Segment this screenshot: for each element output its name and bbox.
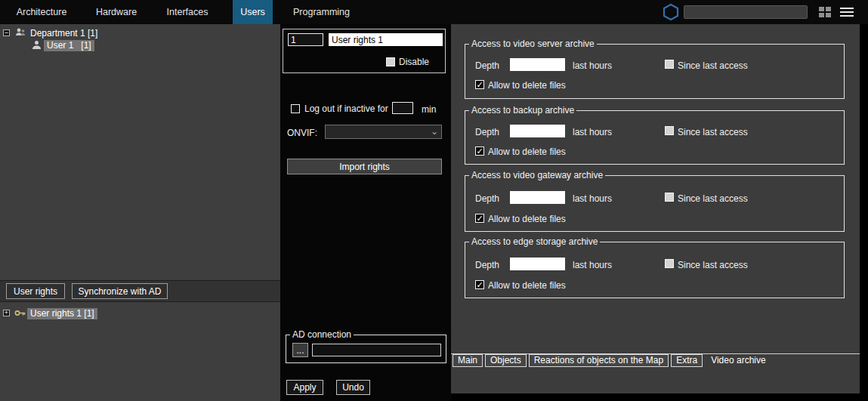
onvif-dropdown[interactable]: ⌄ — [325, 125, 442, 139]
tab-hardware[interactable]: Hardware — [89, 0, 144, 24]
depth-field[interactable] — [510, 58, 565, 71]
top-navigation-bar: Architecture Hardware Interfaces Users P… — [0, 0, 868, 24]
search-input[interactable] — [684, 5, 808, 19]
tab-interfaces[interactable]: Interfaces — [160, 0, 215, 24]
tab-video-archive[interactable]: Video archive — [705, 354, 772, 367]
checkmark-icon: ✓ — [476, 80, 483, 89]
allow-delete-label: Allow to delete files — [488, 280, 566, 291]
onvif-label: ONVIF: — [287, 128, 317, 138]
object-id-field[interactable] — [288, 33, 323, 46]
tab-extra[interactable]: Extra — [671, 354, 703, 367]
undo-button[interactable]: Undo — [336, 380, 370, 395]
video-archive-settings-panel: Access to video server archive Depth las… — [451, 24, 860, 393]
last-hours-label: last hours — [573, 127, 612, 137]
logout-inactive-label: Log out if inactive for — [304, 103, 388, 114]
import-rights-button[interactable]: Import rights — [287, 159, 442, 174]
tab-users[interactable]: Users — [233, 0, 273, 24]
since-last-access-checkbox[interactable] — [665, 193, 674, 202]
group-title: Access to video gateway archive — [469, 170, 605, 180]
logout-inactive-checkbox[interactable] — [291, 104, 300, 113]
since-last-access-checkbox[interactable] — [665, 60, 674, 69]
allow-delete-checkbox[interactable]: ✓ — [475, 214, 484, 223]
synchronize-with-ad-button[interactable]: Synchronize with AD — [72, 283, 168, 299]
since-last-access-label: Since last access — [678, 127, 748, 137]
depth-label: Depth — [475, 60, 499, 71]
expand-toggle-icon[interactable]: + — [3, 310, 10, 316]
department-icon — [15, 27, 26, 40]
since-last-access-checkbox[interactable] — [665, 259, 674, 268]
apply-button[interactable]: Apply — [286, 380, 323, 395]
minutes-unit-label: min — [422, 104, 436, 115]
checkmark-icon: ✓ — [476, 147, 483, 156]
last-hours-label: last hours — [573, 193, 612, 204]
tab-objects[interactable]: Objects — [485, 354, 527, 367]
chevron-down-icon: ⌄ — [431, 125, 438, 138]
users-tree-panel: − Department 1 [1] User 1 [1] User right… — [0, 24, 280, 401]
tree-item-user-selected[interactable]: User 1 [1] — [44, 40, 94, 51]
hamburger-menu-icon[interactable] — [840, 8, 854, 17]
user-rights-button[interactable]: User rights — [6, 283, 65, 299]
ad-browse-button[interactable]: ... — [292, 343, 308, 357]
tab-reactions-of-objects-on-the-map[interactable]: Reactions of objects on the Map — [529, 354, 669, 367]
disable-checkbox[interactable] — [386, 57, 395, 66]
archive-group-video-gateway: Access to video gateway archive Depth la… — [465, 175, 845, 232]
group-title: Access to backup archive — [469, 105, 576, 116]
allow-delete-label: Allow to delete files — [488, 147, 566, 157]
logout-minutes-field[interactable] — [392, 102, 413, 114]
archive-group-backup: Access to backup archive Depth last hour… — [465, 110, 845, 165]
depth-label: Depth — [475, 193, 499, 204]
archive-group-video-server: Access to video server archive Depth las… — [465, 44, 845, 99]
since-last-access-label: Since last access — [678, 193, 748, 204]
layout-grid-icon[interactable] — [819, 7, 832, 18]
depth-field[interactable] — [510, 125, 565, 137]
settings-tab-strip: Main Objects Reactions of objects on the… — [451, 353, 860, 368]
archive-group-edge-storage: Access to edge storage archive Depth las… — [465, 242, 845, 298]
allow-delete-checkbox[interactable]: ✓ — [475, 147, 484, 156]
collapse-toggle-icon[interactable]: − — [3, 29, 10, 36]
last-hours-label: last hours — [573, 60, 612, 71]
allow-delete-checkbox[interactable]: ✓ — [475, 280, 484, 289]
allow-delete-checkbox[interactable]: ✓ — [475, 80, 484, 89]
tree-toolbar: User rights Synchronize with AD — [0, 280, 280, 302]
tab-architecture[interactable]: Architecture — [13, 0, 70, 24]
allow-delete-label: Allow to delete files — [488, 214, 566, 224]
checkmark-icon: ✓ — [476, 280, 483, 289]
object-name-field[interactable] — [329, 33, 443, 46]
ad-connection-field[interactable] — [312, 344, 441, 356]
group-title: Access to video server archive — [469, 39, 597, 49]
depth-label: Depth — [475, 260, 499, 270]
ad-connection-groupbox: AD connection ... — [286, 335, 446, 363]
object-editor-panel: Disable Log out if inactive for min ONVI… — [280, 24, 451, 401]
app-logo-hexagon-icon — [663, 3, 679, 23]
depth-label: Depth — [475, 127, 499, 137]
user-icon — [32, 40, 42, 52]
tree-item-user-rights-selected[interactable]: User rights 1 [1] — [27, 308, 97, 319]
last-hours-label: last hours — [573, 260, 612, 270]
checkmark-icon: ✓ — [476, 214, 483, 223]
key-icon — [14, 309, 26, 319]
tree-item-department[interactable]: Department 1 [1] — [30, 28, 97, 39]
allow-delete-label: Allow to delete files — [488, 80, 566, 91]
depth-field[interactable] — [510, 191, 565, 204]
disable-label: Disable — [399, 57, 429, 67]
ad-connection-group-label: AD connection — [290, 329, 354, 340]
group-title: Access to edge storage archive — [469, 236, 600, 247]
since-last-access-checkbox[interactable] — [665, 126, 674, 135]
identity-box: Disable — [283, 29, 446, 73]
tab-programming[interactable]: Programming — [289, 0, 354, 24]
depth-field[interactable] — [510, 258, 565, 270]
app-window: Architecture Hardware Interfaces Users P… — [0, 0, 868, 401]
since-last-access-label: Since last access — [678, 260, 748, 270]
since-last-access-label: Since last access — [678, 60, 748, 71]
tab-main[interactable]: Main — [453, 354, 483, 367]
